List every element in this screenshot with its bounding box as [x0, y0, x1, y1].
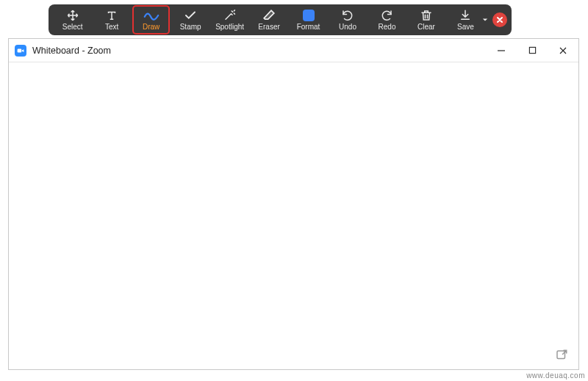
window-controls	[486, 39, 578, 62]
tool-label: Spotlight	[215, 23, 244, 31]
watermark-text: www.deuaq.com	[526, 371, 585, 380]
format-tool-button[interactable]: Format	[290, 6, 326, 34]
window-title: Whiteboard - Zoom	[32, 46, 486, 56]
draw-tool-button[interactable]: Draw	[133, 6, 169, 34]
svg-rect-2	[557, 351, 565, 359]
undo-button[interactable]: Undo	[329, 6, 365, 34]
zoom-app-icon	[15, 45, 26, 57]
text-icon	[105, 9, 118, 22]
minimize-button[interactable]	[486, 39, 517, 62]
wand-icon	[223, 9, 237, 22]
save-dropdown-caret[interactable]	[482, 17, 488, 23]
tool-label: Stamp	[180, 23, 201, 31]
move-icon	[66, 9, 79, 22]
svg-rect-1	[529, 47, 535, 53]
eraser-icon	[262, 9, 276, 22]
svg-rect-0	[18, 48, 22, 52]
trash-icon	[420, 9, 433, 22]
select-tool-button[interactable]: Select	[54, 6, 90, 34]
check-icon	[184, 9, 197, 22]
undo-icon	[341, 9, 354, 22]
close-toolbar-button[interactable]	[492, 12, 507, 27]
eraser-tool-button[interactable]: Eraser	[251, 6, 287, 34]
tool-label: Format	[297, 23, 320, 31]
clear-button[interactable]: Clear	[408, 6, 444, 34]
tool-label: Undo	[339, 23, 356, 31]
tool-label: Redo	[379, 23, 396, 31]
text-tool-button[interactable]: Text	[93, 6, 129, 34]
window-titlebar: Whiteboard - Zoom	[9, 39, 578, 62]
spotlight-tool-button[interactable]: Spotlight	[212, 6, 248, 34]
tool-label: Clear	[417, 23, 435, 31]
format-color-icon	[303, 9, 315, 22]
download-icon	[459, 9, 472, 22]
tool-label: Draw	[143, 23, 159, 31]
whiteboard-canvas[interactable]	[9, 62, 578, 369]
tool-label: Eraser	[258, 23, 279, 31]
close-window-button[interactable]	[548, 39, 578, 62]
tool-label: Select	[62, 23, 83, 31]
tool-label: Save	[457, 23, 474, 31]
popout-icon[interactable]	[555, 349, 568, 362]
whiteboard-window: Whiteboard - Zoom	[8, 38, 579, 370]
wave-icon	[143, 9, 159, 22]
tool-label: Text	[105, 23, 118, 31]
redo-icon	[380, 9, 393, 22]
stamp-tool-button[interactable]: Stamp	[172, 6, 208, 34]
annotation-toolbar: Select Text Draw Stamp S	[49, 4, 512, 35]
save-button[interactable]: Save	[448, 6, 484, 34]
redo-button[interactable]: Redo	[369, 6, 405, 34]
maximize-button[interactable]	[517, 39, 548, 62]
